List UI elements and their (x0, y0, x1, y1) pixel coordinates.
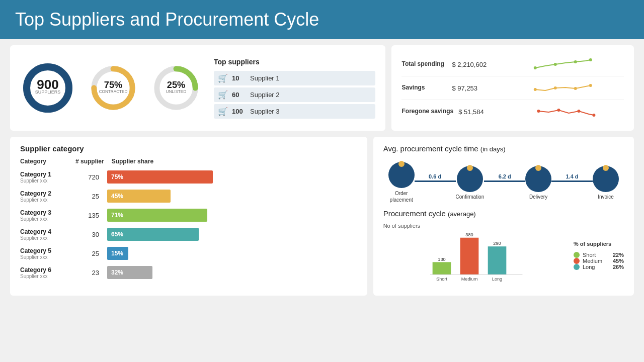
legend-dot-0 (574, 252, 580, 258)
svg-point-19 (589, 84, 592, 87)
legend-item-0: Short 22% (574, 252, 624, 258)
supplier-name-1: Supplier 1 (250, 74, 280, 82)
cat-name-2: Category 2 Supplier xxx (20, 190, 75, 203)
cat-bar-label-6: 32% (111, 269, 123, 276)
svg-text:UNLISTED: UNLISTED (166, 89, 187, 94)
cat-bar-2: 45% (107, 190, 171, 203)
supplier-num-3: 100 (232, 108, 246, 115)
timeline-connector-2: 6.2 d (484, 173, 525, 182)
donut-unlisted: 25% UNLISTED (151, 63, 201, 113)
timeline-dot-confirmation (467, 165, 473, 171)
cat-row-5: Category 5 Supplier xxx 25 15% (20, 244, 357, 263)
spending-card: Total spending $ 2,210,602 Savings $ 97,… (391, 45, 634, 131)
legend-dot-2 (574, 264, 580, 270)
cat-bar-container-1: 75% (103, 170, 357, 184)
cat-name-5: Category 5 Supplier xxx (20, 247, 75, 260)
timeline-step-delivery: Delivery (525, 166, 551, 200)
cat-bar-label-4: 65% (111, 231, 123, 238)
connector-line-2 (484, 180, 525, 182)
cart-icon-3: 🛒 (218, 107, 228, 116)
sparkline-savings (502, 80, 624, 96)
donut-contracted: 75% CONTRACTED (88, 63, 138, 113)
legend-pct-1: 45% (613, 258, 624, 264)
spending-label-foregone: Foregone savings (401, 108, 453, 116)
page-title: Top Suppliers and Procurement Cycle (15, 9, 629, 30)
sparkline-foregone (509, 104, 624, 119)
timeline-circle-invoice (593, 166, 619, 192)
timeline-step-confirmation: Confirmation (456, 166, 485, 200)
legend-name-1: Medium (583, 258, 610, 264)
svg-text:290: 290 (493, 241, 501, 246)
svg-text:Medium: Medium (461, 277, 477, 282)
legend-pct-2: 26% (613, 264, 624, 270)
category-table: Category # supplier Supplier share Categ… (20, 158, 357, 282)
svg-text:Long: Long (492, 277, 502, 282)
supplier-name-3: Supplier 3 (250, 108, 280, 115)
svg-text:130: 130 (438, 257, 445, 262)
cat-bar-label-2: 45% (111, 193, 123, 200)
cat-header-col1: Category (20, 158, 75, 165)
spending-label-total: Total spending (401, 60, 447, 68)
proc-legend-title: % of suppliers (574, 241, 624, 247)
proc-legend: % of suppliers Short 22% Medium 45% Long… (569, 223, 624, 288)
cat-name-4: Category 4 Supplier xxx (20, 228, 75, 241)
connector-line-1 (415, 180, 456, 182)
supplier-row-1: 🛒 10 Supplier 1 (214, 71, 375, 85)
legend-item-2: Long 26% (574, 264, 624, 270)
cat-bar-label-1: 75% (111, 173, 123, 180)
svg-point-15 (589, 58, 592, 61)
connector-line-3 (551, 180, 593, 182)
cat-num-2: 25 (75, 193, 103, 200)
proc-bar-label: No of suppliers (383, 223, 565, 229)
cat-rows-container: Category 1 Supplier xxx 720 75% Category… (20, 167, 357, 282)
proc-bar-chart: No of suppliers 130Short380Medium290Long (383, 223, 565, 288)
legend-name-0: Short (583, 252, 610, 258)
supplier-row-2: 🛒 60 Supplier 2 (214, 87, 375, 102)
top-row: 900 SUPPLIERS 75% CONTRACTED 25% (10, 45, 634, 131)
cat-row-3: Category 3 Supplier xxx 135 71% (20, 206, 357, 225)
supplier-category-card: Supplier category Category # supplier Su… (10, 137, 367, 296)
spending-row-foregone: Foregone savings $ 51,584 (401, 100, 624, 123)
svg-text:Short: Short (436, 277, 447, 282)
proc-chart-svg: 130Short380Medium290Long (383, 231, 565, 286)
svg-text:380: 380 (465, 232, 473, 237)
spending-label-savings: Savings (401, 84, 447, 92)
timeline-step-invoice: Invoice (593, 166, 619, 200)
cat-bar-container-6: 32% (103, 265, 357, 280)
supplier-name-2: Supplier 2 (250, 91, 280, 99)
timeline-label-confirmation: Confirmation (456, 194, 485, 200)
legend-dot-1 (574, 258, 580, 264)
legend-items: Short 22% Medium 45% Long 26% (574, 252, 624, 270)
cat-bar-container-2: 45% (103, 189, 357, 203)
svg-point-17 (554, 86, 557, 89)
proc-bar-area: No of suppliers 130Short380Medium290Long… (383, 223, 624, 288)
proc-cycle-title: Procurement cycle (average) (383, 209, 624, 218)
svg-point-20 (537, 110, 540, 113)
timeline-connector-1: 0.6 d (415, 173, 456, 182)
svg-text:SUPPLIERS: SUPPLIERS (35, 89, 61, 95)
timeline-label-order: Orderplacement (390, 190, 413, 203)
proc-bar-rect-1 (460, 238, 478, 275)
sparkline-total (502, 57, 624, 72)
cat-bar-container-3: 71% (103, 208, 357, 222)
cat-header-col3: Supplier share (104, 158, 357, 165)
timeline-circle-confirmation (457, 166, 483, 192)
proc-bar-rect-0 (432, 262, 451, 275)
timeline-step-order: Orderplacement (388, 162, 415, 203)
cat-row-4: Category 4 Supplier xxx 30 65% (20, 225, 357, 244)
timeline-dot-invoice (603, 165, 609, 171)
top-suppliers-panel: Top suppliers 🛒 10 Supplier 1 🛒 60 Suppl… (214, 58, 375, 119)
cat-name-6: Category 6 Supplier xxx (20, 266, 75, 279)
cat-bar-6: 32% (107, 266, 152, 279)
svg-point-13 (554, 63, 557, 66)
spending-row-total: Total spending $ 2,210,602 (401, 53, 624, 76)
timeline-title: Avg. procurement cycle time (in days) (383, 144, 624, 153)
legend-item-1: Medium 45% (574, 258, 624, 264)
cat-name-3: Category 3 Supplier xxx (20, 209, 75, 222)
top-suppliers-title: Top suppliers (214, 58, 375, 66)
bottom-row: Supplier category Category # supplier Su… (10, 137, 634, 296)
cat-bar-container-4: 65% (103, 227, 357, 241)
proc-bar-rect-2 (488, 246, 506, 275)
svg-point-23 (593, 114, 596, 117)
main-content: 900 SUPPLIERS 75% CONTRACTED 25% (0, 39, 644, 302)
